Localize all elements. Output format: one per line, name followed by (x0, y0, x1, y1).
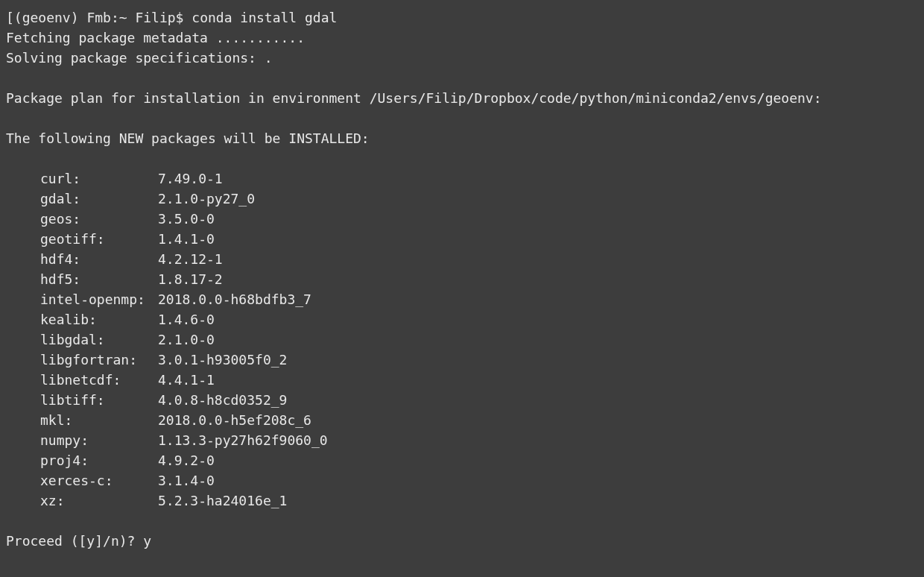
proceed-answer[interactable]: y (143, 533, 151, 549)
user: Filip$ (135, 10, 183, 25)
proceed-prompt: Proceed ([y]/n)? (6, 533, 143, 549)
package-name: xz: (40, 491, 158, 511)
blank-line (6, 68, 918, 88)
package-name: libgdal: (40, 330, 158, 350)
prompt-line: [(geoenv) Fmb:~ Filip$ conda install gda… (6, 7, 918, 28)
package-version: 4.9.2-0 (158, 450, 215, 470)
package-version: 4.0.8-h8cd0352_9 (158, 390, 287, 410)
command[interactable]: conda install gdal (192, 10, 337, 25)
package-name: libnetcdf: (40, 370, 158, 390)
package-version: 1.4.6-0 (158, 309, 215, 330)
package-name: libtiff: (40, 390, 158, 410)
blank-line (6, 148, 918, 168)
package-version: 1.8.17-2 (158, 269, 223, 289)
host: Fmb:~ (86, 10, 127, 25)
package-row: numpy:1.13.3-py27h62f9060_0 (40, 430, 918, 450)
package-plan-line: Package plan for installation in environ… (6, 88, 918, 108)
package-version: 3.5.0-0 (158, 209, 215, 229)
package-version: 2.1.0-py27_0 (158, 189, 255, 209)
package-name: geotiff: (40, 229, 158, 249)
package-name: gdal: (40, 189, 158, 209)
package-row: proj4:4.9.2-0 (40, 450, 918, 470)
new-packages-header: The following NEW packages will be INSTA… (6, 128, 918, 148)
package-name: mkl: (40, 410, 158, 430)
package-row: mkl:2018.0.0-h5ef208c_6 (40, 410, 918, 430)
package-version: 2018.0.0-h68bdfb3_7 (158, 289, 311, 309)
package-version: 4.2.12-1 (158, 249, 223, 269)
package-version: 7.49.0-1 (158, 168, 223, 189)
blank-line (6, 511, 918, 531)
package-version: 3.0.1-h93005f0_2 (158, 350, 287, 370)
package-row: hdf4:4.2.12-1 (40, 249, 918, 269)
package-name: numpy: (40, 430, 158, 450)
package-name: geos: (40, 209, 158, 229)
package-row: gdal:2.1.0-py27_0 (40, 189, 918, 209)
package-name: hdf4: (40, 249, 158, 269)
package-name: proj4: (40, 450, 158, 470)
package-name: curl: (40, 168, 158, 189)
package-name: intel-openmp: (40, 289, 158, 309)
package-name: libgfortran: (40, 350, 158, 370)
package-version: 5.2.3-ha24016e_1 (158, 491, 287, 511)
fetching-line: Fetching package metadata ........... (6, 28, 918, 48)
package-row: geos:3.5.0-0 (40, 209, 918, 229)
package-name: hdf5: (40, 269, 158, 289)
package-row: intel-openmp:2018.0.0-h68bdfb3_7 (40, 289, 918, 309)
package-row: curl:7.49.0-1 (40, 168, 918, 189)
proceed-prompt-line: Proceed ([y]/n)? y (6, 531, 918, 551)
packages-list: curl:7.49.0-1 gdal:2.1.0-py27_0 geos:3.5… (40, 168, 918, 511)
package-row: geotiff:1.4.1-0 (40, 229, 918, 249)
package-row: libnetcdf:4.4.1-1 (40, 370, 918, 390)
package-row: libtiff:4.0.8-h8cd0352_9 (40, 390, 918, 410)
package-version: 1.4.1-0 (158, 229, 215, 249)
env-prefix: (geoenv) (14, 10, 79, 25)
package-name: kealib: (40, 309, 158, 330)
package-row: hdf5:1.8.17-2 (40, 269, 918, 289)
package-row: libgdal:2.1.0-0 (40, 330, 918, 350)
package-version: 4.4.1-1 (158, 370, 215, 390)
package-row: libgfortran:3.0.1-h93005f0_2 (40, 350, 918, 370)
package-version: 3.1.4-0 (158, 470, 215, 491)
package-version: 2018.0.0-h5ef208c_6 (158, 410, 311, 430)
package-name: xerces-c: (40, 470, 158, 491)
package-row: xz:5.2.3-ha24016e_1 (40, 491, 918, 511)
package-version: 1.13.3-py27h62f9060_0 (158, 430, 328, 450)
package-row: xerces-c:3.1.4-0 (40, 470, 918, 491)
solving-line: Solving package specifications: . (6, 48, 918, 68)
bracket-open: [ (6, 10, 14, 25)
blank-line (6, 108, 918, 128)
package-row: kealib:1.4.6-0 (40, 309, 918, 330)
package-version: 2.1.0-0 (158, 330, 215, 350)
